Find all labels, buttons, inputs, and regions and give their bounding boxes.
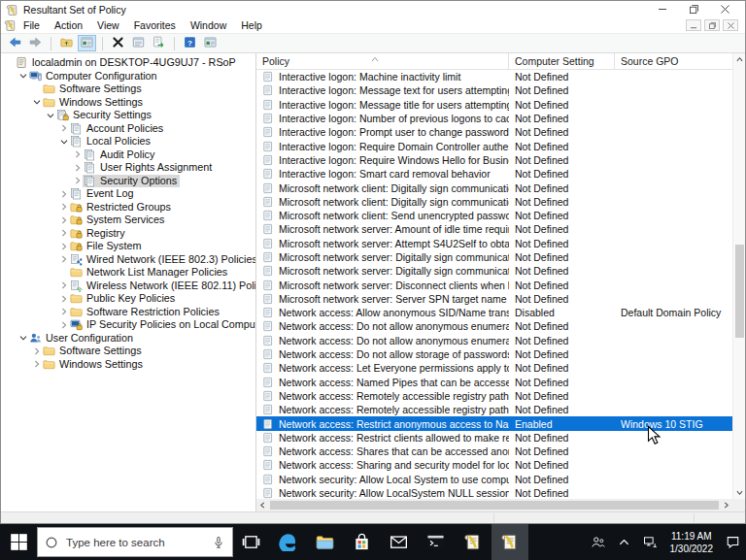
horizontal-scroll-thumb[interactable] <box>270 501 719 510</box>
tree-item-computer-configuration[interactable]: Computer Configuration <box>1 70 255 83</box>
tree-item-body[interactable]: Account Policies <box>69 122 166 135</box>
taskbar-store[interactable] <box>344 524 381 560</box>
tree-item-security-options[interactable]: Security Options <box>1 175 255 188</box>
chevron-right-icon[interactable] <box>58 307 69 317</box>
tree-item-body[interactable]: Software Settings <box>42 345 145 357</box>
policy-row[interactable]: Network access: Do not allow anonymous e… <box>256 319 732 333</box>
menu-action[interactable]: Action <box>48 18 90 32</box>
export-list-button[interactable] <box>150 35 168 51</box>
policy-row[interactable]: Interactive logon: Number of previous lo… <box>256 112 732 125</box>
policy-row[interactable]: Interactive logon: Require Domain Contro… <box>256 139 732 152</box>
policy-row[interactable]: Interactive logon: Machine inactivity li… <box>256 70 732 83</box>
tree-item-body[interactable]: Audit Policy <box>83 148 157 161</box>
tree-item-body[interactable]: Registry <box>69 227 128 240</box>
chevron-right-icon[interactable] <box>58 319 69 330</box>
policy-row[interactable]: Microsoft network client: Digitally sign… <box>256 181 732 194</box>
scroll-down-icon[interactable] <box>733 486 746 499</box>
policy-row[interactable]: Microsoft network server: Attempt S4U2Se… <box>256 237 732 250</box>
network-tray-icon[interactable] <box>637 535 663 549</box>
tree-item-body[interactable]: File System <box>69 240 144 252</box>
chevron-down-icon[interactable] <box>31 97 42 108</box>
taskbar-rsop-active[interactable] <box>492 524 528 560</box>
scroll-up-icon[interactable] <box>733 53 746 66</box>
menu-help[interactable]: Help <box>234 18 270 32</box>
tree-item-body[interactable]: Local Policies <box>69 135 153 148</box>
taskbar-clock[interactable]: 11:19 AM 1/30/2022 <box>663 530 721 555</box>
policy-row[interactable]: Network access: Do not allow anonymous e… <box>256 334 732 347</box>
title-bar[interactable]: Resultant Set of Policy <box>1 1 745 17</box>
search-box[interactable]: Type here to search <box>37 527 233 557</box>
tree-item-localadmin-on-desktop-4ug9uj7-rsop[interactable]: localadmin on DESKTOP-4UG9UJ7 - RSoP <box>1 56 255 70</box>
tree-item-windows-settings[interactable]: Windows Settings <box>1 96 255 110</box>
delete-button[interactable] <box>109 35 127 51</box>
tree-item-local-policies[interactable]: Local Policies <box>1 135 255 148</box>
tree-item-event-log[interactable]: Event Log <box>1 187 255 201</box>
menu-file[interactable]: File <box>17 18 48 32</box>
chevron-right-icon[interactable] <box>31 359 42 370</box>
policy-row[interactable]: Microsoft network client: Send unencrypt… <box>256 209 732 222</box>
policy-row[interactable]: Network access: Remotely accessible regi… <box>256 389 732 403</box>
column-header-source-gpo[interactable]: Source GPO <box>615 53 732 69</box>
child-minimize-button[interactable] <box>686 19 701 31</box>
chevron-right-icon[interactable] <box>58 293 69 304</box>
tree-item-body[interactable]: System Services <box>69 214 167 226</box>
policy-row[interactable]: Network access: Let Everyone permissions… <box>256 361 732 375</box>
policy-row[interactable]: Network access: Named Pipes that can be … <box>256 376 732 389</box>
microphone-icon[interactable] <box>212 536 225 549</box>
chevron-right-icon[interactable] <box>72 176 83 186</box>
chevron-down-icon[interactable] <box>17 71 28 82</box>
tree-item-security-settings[interactable]: Security Settings <box>1 109 255 122</box>
tree-item-body[interactable]: User Rights Assignment <box>83 161 215 174</box>
tree-item-body[interactable]: localadmin on DESKTOP-4UG9UJ7 - RSoP <box>15 56 239 69</box>
back-button[interactable] <box>6 35 24 51</box>
tree-item-system-services[interactable]: System Services <box>1 214 255 227</box>
tree-item-network-list-manager-policies[interactable]: Network List Manager Policies <box>1 266 255 280</box>
chevron-right-icon[interactable] <box>58 188 69 199</box>
tree-item-body[interactable]: Security Options <box>83 175 180 187</box>
people-icon[interactable] <box>585 535 611 549</box>
tree-item-body[interactable]: Windows Settings <box>42 96 146 109</box>
policy-row[interactable]: Microsoft network server: Server SPN tar… <box>256 292 732 306</box>
chevron-right-icon[interactable] <box>58 202 69 213</box>
tree-item-file-system[interactable]: File System <box>1 240 255 253</box>
policy-row[interactable]: Microsoft network server: Disconnect cli… <box>256 278 732 291</box>
chevron-right-icon[interactable] <box>58 228 69 239</box>
tree-item-body[interactable]: Wired Network (IEEE 802.3) Policies <box>69 253 256 266</box>
chevron-right-icon[interactable] <box>72 162 83 173</box>
taskbar-command-prompt[interactable] <box>418 524 455 560</box>
tree-item-body[interactable]: Public Key Policies <box>69 292 178 305</box>
tree-item-body[interactable]: IP Security Policies on Local Computer <box>69 318 256 331</box>
tree-item-body[interactable]: Windows Settings <box>42 358 146 371</box>
chevron-down-icon[interactable] <box>58 136 69 147</box>
child-close-button[interactable] <box>723 19 738 31</box>
tree-item-software-restriction-policies[interactable]: Software Restriction Policies <box>1 306 255 319</box>
chevron-right-icon[interactable] <box>58 123 69 134</box>
chevron-right-icon[interactable] <box>58 241 69 251</box>
policy-row[interactable]: Microsoft network client: Digitally sign… <box>256 195 732 209</box>
tree-item-body[interactable]: Software Restriction Policies <box>69 306 222 318</box>
tree-item-body[interactable]: Security Settings <box>55 109 154 121</box>
tree-item-software-settings[interactable]: Software Settings <box>1 345 255 358</box>
taskbar-task-view[interactable] <box>233 524 270 560</box>
policy-row[interactable]: Interactive logon: Prompt user to change… <box>256 125 732 139</box>
policy-row[interactable]: Microsoft network server: Amount of idle… <box>256 222 732 236</box>
policy-row[interactable]: Interactive logon: Message text for user… <box>256 83 732 97</box>
close-button[interactable] <box>719 4 730 16</box>
tree-item-user-configuration[interactable]: User Configuration <box>1 332 255 346</box>
policy-row[interactable]: Interactive logon: Smart card removal be… <box>256 167 732 181</box>
vertical-scrollbar[interactable] <box>732 53 745 499</box>
menu-window[interactable]: Window <box>184 18 234 32</box>
action-center-icon[interactable] <box>720 535 746 549</box>
chevron-right-icon[interactable] <box>31 346 42 356</box>
tree-item-restricted-groups[interactable]: Restricted Groups <box>1 201 255 214</box>
tree-item-user-rights-assignment[interactable]: User Rights Assignment <box>1 161 255 175</box>
policy-row[interactable]: Network access: Allow anonymous SID/Name… <box>256 306 732 319</box>
tree-item-wireless-network-ieee-802-11-policies[interactable]: Wireless Network (IEEE 802.11) Policies <box>1 280 255 293</box>
tree-item-audit-policy[interactable]: Audit Policy <box>1 148 255 162</box>
start-button[interactable] <box>0 524 37 560</box>
scroll-left-icon[interactable] <box>256 499 269 511</box>
policy-row[interactable]: Microsoft network server: Digitally sign… <box>256 264 732 278</box>
help-button[interactable]: ? <box>181 35 199 51</box>
tree-item-body[interactable]: Computer Configuration <box>28 70 160 82</box>
policy-row[interactable]: Network access: Sharing and security mod… <box>256 458 732 472</box>
